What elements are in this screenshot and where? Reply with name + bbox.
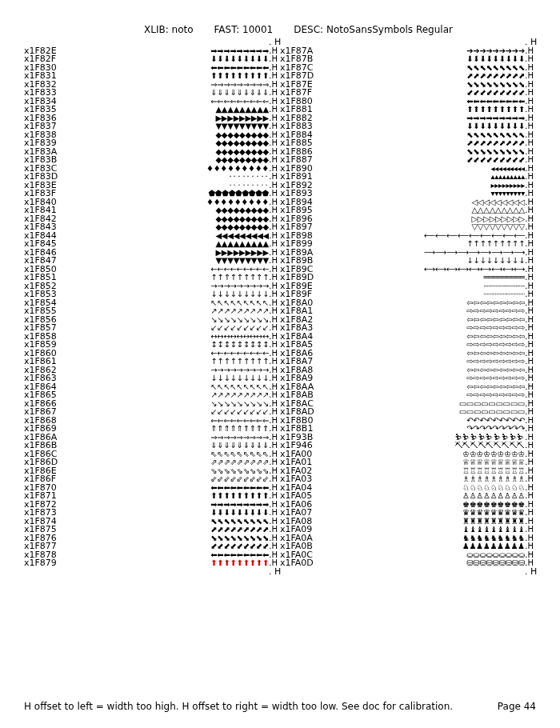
glyph-sample: ⇐⇐⇐⇐⇐⇐⇐⇐⇐ [72, 417, 269, 426]
glyph-row: x1F83B◆◆◆◆◆◆◆◆◆ [24, 156, 280, 165]
glyph-sample: ◆◆◆◆◆◆◆◆◆ [72, 156, 269, 165]
glyph-sample: ⇘⇘⇘⇘⇘⇘⇘⇘⇘ [72, 467, 269, 476]
glyph-row: x1F885⬈⬈⬈⬈⬈⬈⬈⬈⬈ [280, 139, 536, 148]
glyph-row: x1F858↔↔↔↔↔↔↔↔↔ [24, 333, 280, 342]
glyph-sample: ♔♔♔♔♔♔♔♔♔ [328, 450, 525, 459]
glyph-row: x1F8A2⇦⇦⇦⇦⇦⇦⇦⇦⇦ [280, 316, 536, 325]
glyph-row: x1F87B⬇⬇⬇⬇⬇⬇⬇⬇⬇ [280, 55, 536, 64]
glyph-row: x1F847▼▼▼▼▼▼▼▼▼ [24, 257, 280, 266]
glyph-row: x1F83E⬞⬞⬞⬞⬞⬞⬞⬞⬞ [24, 182, 280, 190]
glyph-sample: ♜♜♜♜♜♜♜♜♜ [328, 518, 525, 526]
glyph-row: x1F863↓↓↓↓↓↓↓↓↓ [24, 374, 280, 383]
glyph-row: x1F867↙↙↙↙↙↙↙↙↙ [24, 408, 280, 417]
glyph-sample: ♝♝♝♝♝♝♝♝♝ [328, 526, 525, 534]
glyph-sample: ▾▾▾▾▾▾▾▾▾ [328, 190, 525, 198]
glyph-sample: ⬈⬈⬈⬈⬈⬈⬈⬈⬈ [328, 139, 525, 148]
glyph-sample: ♦♦♦♦♦♦♦♦♦ [72, 198, 269, 207]
glyph-row: x1FA09♝♝♝♝♝♝♝♝♝ [280, 526, 536, 534]
glyph-row: x1F87A➔➔➔➔➔➔➔➔➔ [280, 47, 536, 56]
glyph-sample: ♘♘♘♘♘♘♘♘♘ [328, 484, 525, 493]
glyph-row: x1F851↑↑↑↑↑↑↑↑↑ [24, 274, 280, 282]
glyph-row: x1F882➡➡➡➡➡➡➡➡➡ [280, 114, 536, 123]
glyph-row: x1F87D⬈⬈⬈⬈⬈⬈⬈⬈⬈ [280, 72, 536, 81]
calibration-mark: . H [525, 568, 536, 577]
glyph-sample: ▽▽▽▽▽▽▽▽▽ [328, 223, 525, 232]
glyph-sample: ⬅⬅⬅⬅⬅⬅⬅⬅⬅ [328, 98, 525, 106]
glyph-sample: ♚♚♚♚♚♚♚♚♚ [328, 501, 525, 510]
glyph-sample: ♟♟♟♟♟♟♟♟♟ [328, 542, 525, 551]
page-number: Page 44 [498, 701, 536, 712]
glyph-sample: ◆◆◆◆◆◆◆◆◆ [72, 206, 269, 215]
glyph-sample: ◆◆◆◆◆◆◆◆◆ [72, 223, 269, 232]
glyph-row: x1F894◁◁◁◁◁◁◁◁◁ [280, 198, 536, 207]
glyph-row: x1F83C♦♦♦♦♦♦♦♦♦ [24, 165, 280, 174]
glyph-sample: ⬞⬞⬞⬞⬞⬞⬞⬞⬞ [72, 182, 269, 190]
glyph-row: x1F880⬅⬅⬅⬅⬅⬅⬅⬅⬅ [280, 98, 536, 106]
glyph-row: x1F862→→→→→→→→→ [24, 366, 280, 375]
glyph-row: x1F878⬅⬅⬅⬅⬅⬅⬅⬅⬅ [24, 551, 280, 560]
glyph-sample: ◆◆◆◆◆◆◆◆◆ [72, 215, 269, 224]
glyph-row: x1F89D═════════ [280, 274, 536, 282]
glyph-sample: ⇐⇐⇐⇐⇐⇐⇐⇐⇐ [72, 98, 269, 106]
glyph-sample: ▭▭▭▭▭▭▭▭▭ [328, 408, 525, 417]
glyph-row: x1F845▲▲▲▲▲▲▲▲▲ [24, 240, 280, 249]
glyph-row: x1F897▽▽▽▽▽▽▽▽▽ [280, 223, 536, 232]
glyph-row: x1F860←←←←←←←←← [24, 350, 280, 358]
glyph-row: x1F8A8⇦⇦⇦⇦⇦⇦⇦⇦⇦ [280, 366, 536, 375]
left-column: . H x1F82E➡➡➡➡➡➡➡➡➡x1F82F⬇⬇⬇⬇⬇⬇⬇⬇⬇x1F830… [24, 38, 280, 576]
desc-value: NotoSansSymbols Regular [326, 24, 453, 35]
glyph-sample: ⇦⇦⇦⇦⇦⇦⇦⇦⇦ [328, 316, 525, 325]
glyph-sample: ↑↑↑↑↑↑↑↑↑ [328, 240, 525, 249]
glyph-sample: ⬆⬆⬆⬆⬆⬆⬆⬆⬆ [72, 559, 269, 568]
glyph-sample: ▼▼▼▼▼▼▼▼▼ [72, 122, 269, 131]
glyph-sample: ⇑⇑⇑⇑⇑⇑⇑⇑⇑ [72, 425, 269, 434]
glyph-sample: ⇨⇨⇨⇨⇨⇨⇨⇨⇨ [328, 324, 525, 333]
glyph-row: x1F8A7⇨⇨⇨⇨⇨⇨⇨⇨⇨ [280, 358, 536, 366]
glyph-sample: ⇦⇦⇦⇦⇦⇦⇦⇦⇦ [328, 383, 525, 392]
glyph-row: x1F856↘↘↘↘↘↘↘↘↘ [24, 316, 280, 325]
glyph-row: x1F866↘↘↘↘↘↘↘↘↘ [24, 400, 280, 409]
glyph-row: x1F8A3⇨⇨⇨⇨⇨⇨⇨⇨⇨ [280, 324, 536, 333]
glyph-sample: →→→→→→→→→ [72, 282, 269, 291]
glyph-row: x1F840♦♦♦♦♦♦♦♦♦ [24, 198, 280, 207]
glyph-sample: ⇦⇦⇦⇦⇦⇦⇦⇦⇦ [328, 350, 525, 358]
glyph-row: x1F861↑↑↑↑↑↑↑↑↑ [24, 358, 280, 366]
glyph-row: x1F89B↓↓↓↓↓↓↓↓↓ [280, 257, 536, 266]
glyph-sample: ⇨⇨⇨⇨⇨⇨⇨⇨⇨ [328, 391, 525, 400]
glyph-row: x1F873⬇⬇⬇⬇⬇⬇⬇⬇⬇ [24, 509, 280, 518]
glyph-sample: ➡➡➡➡➡➡➡➡➡ [72, 47, 269, 56]
glyph-sample: ♦♦♦♦♦♦♦♦♦ [72, 165, 269, 174]
footer: H offset to left = width too high. H off… [24, 701, 536, 712]
glyph-sample: ↓↓↓↓↓↓↓↓↓ [72, 374, 269, 383]
glyph-sample: ⇨⇨⇨⇨⇨⇨⇨⇨⇨ [328, 341, 525, 350]
glyph-sample: ⬟⬟⬟⬟⬟⬟⬟⬟⬟ [72, 190, 269, 198]
glyph-sample: ⇦⇦⇦⇦⇦⇦⇦⇦⇦ [328, 366, 525, 375]
glyph-row: x1F890◂◂◂◂◂◂◂◂◂ [280, 165, 536, 174]
glyph-row: x1F875⬈⬈⬈⬈⬈⬈⬈⬈⬈ [24, 526, 280, 534]
glyph-row: x1F8A9⇨⇨⇨⇨⇨⇨⇨⇨⇨ [280, 374, 536, 383]
glyph-sample: ⬊⬊⬊⬊⬊⬊⬊⬊⬊ [328, 81, 525, 90]
glyph-row: x1FA0D⛁⛁⛁⛁⛁⛁⛁⛁⛁ [280, 559, 536, 568]
glyph-sample: ▶▶▶▶▶▶▶▶▶ [72, 114, 269, 123]
glyph-row: x1F86C⇖⇖⇖⇖⇖⇖⇖⇖⇖ [24, 450, 280, 459]
glyph-row: x1F836▶▶▶▶▶▶▶▶▶ [24, 114, 280, 123]
glyph-row: x1F877⬋⬋⬋⬋⬋⬋⬋⬋⬋ [24, 542, 280, 551]
glyph-sample: ↘↘↘↘↘↘↘↘↘ [72, 316, 269, 325]
glyph-sample: ⇓⇓⇓⇓⇓⇓⇓⇓⇓ [72, 442, 269, 450]
glyph-sample: ⟷⟷⟷⟷⟷⟷⟷⟷⟷ [328, 266, 525, 274]
glyph-sample: ⬅⬅⬅⬅⬅⬅⬅⬅⬅ [72, 551, 269, 560]
glyph-row: x1F842◆◆◆◆◆◆◆◆◆ [24, 215, 280, 224]
fast-label: FAST: [214, 24, 240, 35]
glyph-sample: ↓↓↓↓↓↓↓↓↓ [72, 290, 269, 299]
glyph-sample: ═════════ [328, 274, 525, 282]
codepoint: x1F879 [24, 559, 72, 568]
glyph-sample: ⇦⇦⇦⇦⇦⇦⇦⇦⇦ [328, 333, 525, 342]
glyph-row: x1F83D⬝⬝⬝⬝⬝⬝⬝⬝⬝ [24, 173, 280, 182]
glyph-sample: ⬇⬇⬇⬇⬇⬇⬇⬇⬇ [328, 122, 525, 131]
glyph-row: x1F854↖↖↖↖↖↖↖↖↖ [24, 299, 280, 308]
glyph-row: x1F870⬅⬅⬅⬅⬅⬅⬅⬅⬅ [24, 484, 280, 493]
glyph-row: x1F89F┈┈┈┈┈┈┈┈┈ [280, 290, 536, 299]
footer-note: H offset to left = width too high. H off… [24, 701, 453, 712]
glyph-sample: ↑↑↑↑↑↑↑↑↑ [72, 274, 269, 282]
glyph-row: x1F86A⇒⇒⇒⇒⇒⇒⇒⇒⇒ [24, 434, 280, 442]
